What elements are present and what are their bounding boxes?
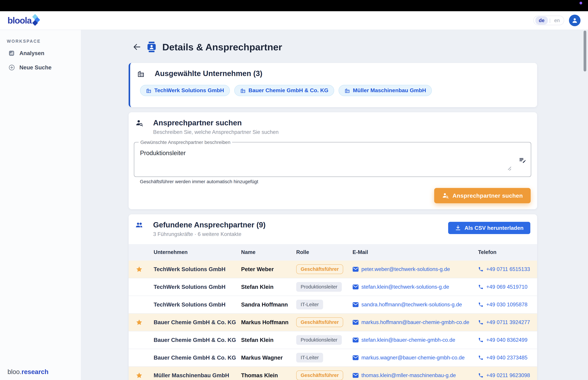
mail-icon [353,355,359,360]
person-icon [571,17,578,24]
table-row: TechWerk Solutions GmbH Sandra Hoffmann … [129,296,537,314]
bar-chart-icon [8,50,19,56]
table-row: TechWerk Solutions GmbH Stefan Klein Pro… [129,278,537,296]
phone-icon [478,373,484,378]
column-header-name: Name [237,249,292,255]
email-link[interactable]: stefan.klein@bauer-chemie-gmbh-co.de [353,337,474,343]
download-icon [455,225,461,231]
logo-text: bloola [7,15,32,25]
role-badge: Geschäftsführer [296,317,343,327]
phone-link[interactable]: +49 040 2373485 [478,355,537,361]
building-icon [137,70,145,77]
language-toggle: de | en [533,16,564,25]
column-header-telefon: Telefon [474,249,537,255]
page-title: Details & Ansprechpartner [162,41,282,53]
textarea-helper-text: Geschäftsführer werden immer automatisch… [140,179,258,184]
phone-link[interactable]: +49 0711 6515133 [478,266,537,272]
language-en-button[interactable]: en [552,18,562,23]
email-text: markus.hoffmann@bauer-chemie-gmbh-co.de [361,319,469,325]
email-link[interactable]: markus.hoffmann@bauer-chemie-gmbh-co.de [353,319,474,325]
table-row: Bauer Chemie GmbH & Co. KG Stefan Klein … [129,331,537,349]
person-search-icon [442,192,449,199]
sidebar-footer-brand: bloo.research [7,368,49,376]
phone-link[interactable]: +49 030 1095878 [478,302,537,308]
company-cell: TechWerk Solutions GmbH [150,302,237,308]
sidebar-item-label: Analysen [19,50,44,57]
describe-contacts-textarea[interactable]: Gewünschte Ansprechpartner beschreiben P… [134,142,531,177]
sidebar-item-neue-suche[interactable]: Neue Suche [0,61,81,74]
sidebar-item-analysen[interactable]: Analysen [0,47,81,59]
role-badge: Produktionsleiter [296,335,342,345]
star-icon [136,372,143,379]
company-chip[interactable]: Bauer Chemie GmbH & Co. KG [234,85,334,96]
email-text: sandra.hoffmann@techwerk-solutions-g.de [361,302,462,308]
role-badge: IT-Leiter [296,300,323,309]
phone-text: +49 040 8362499 [486,337,528,343]
phone-text: +49 040 2373485 [486,355,528,361]
phone-text: +49 0711 3924277 [486,319,530,325]
building-icon [344,88,350,93]
name-cell: Peter Weber [237,266,292,272]
sidebar: WORKSPACE Analysen Neue Suche bloo.resea… [0,30,81,380]
email-text: peter.weber@techwerk-solutions-g.de [361,266,450,272]
bloola-logo[interactable]: bloola [7,13,42,28]
logo-diamonds-icon [32,14,42,28]
star-icon [136,266,143,273]
email-text: thomas.klein@mller-maschinenbau-g.de [361,372,456,379]
results-subtitle: 3 Führungskräfte · 6 weitere Kontakte [153,231,266,237]
scrollbar-thumb[interactable] [584,31,586,72]
workspace-section-label: WORKSPACE [7,39,81,44]
company-cell: Bauer Chemie GmbH & Co. KG [150,337,237,343]
search-contacts-button[interactable]: Ansprechpartner suchen [434,188,531,203]
selected-companies-title: Ausgewählte Unternehmen (3) [155,69,262,78]
email-link[interactable]: peter.weber@techwerk-solutions-g.de [353,266,474,272]
company-cell: TechWerk Solutions GmbH [150,284,237,290]
star-icon [136,319,143,326]
name-cell: Stefan Klein [237,337,292,343]
user-avatar-button[interactable] [569,15,581,26]
language-de-button[interactable]: de [535,16,548,25]
results-table-body: TechWerk Solutions GmbH Peter Weber Gesc… [129,261,537,380]
company-chip-label: TechWerk Solutions GmbH [154,87,224,94]
company-cell: TechWerk Solutions GmbH [150,266,237,272]
phone-link[interactable]: +49 069 4519710 [478,284,537,290]
textarea-resize-handle[interactable] [507,166,512,171]
main-area: Details & Ansprechpartner Ausgewählte Un… [81,30,588,380]
role-badge: Geschäftsführer [296,370,343,380]
search-button-label: Ansprechpartner suchen [453,192,523,199]
phone-icon [478,337,484,343]
phone-link[interactable]: +49 0211 9623098 [478,372,537,379]
footer-prefix: bloo. [7,368,21,375]
email-link[interactable]: markus.wagner@bauer-chemie-gmbh-co.de [353,355,474,361]
phone-link[interactable]: +49 040 8362499 [478,337,537,343]
phone-icon [478,355,484,361]
phone-icon [478,284,484,290]
email-link[interactable]: sandra.hoffmann@techwerk-solutions-g.de [353,302,474,308]
company-chip-label: Bauer Chemie GmbH & Co. KG [248,87,328,94]
results-card: Gefundene Ansprechpartner (9) 3 Führungs… [129,214,537,380]
company-cell: Bauer Chemie GmbH & Co. KG [150,319,237,325]
company-chip-label: Müller Maschinenbau GmbH [353,87,426,94]
table-row: TechWerk Solutions GmbH Peter Weber Gesc… [129,261,537,278]
role-badge: Produktionsleiter [296,282,342,292]
people-icon [135,221,144,237]
back-button[interactable] [131,41,143,53]
table-header-row: Unternehmen Name Rolle E-Mail Telefon [129,244,537,261]
email-link[interactable]: thomas.klein@mller-maschinenbau-g.de [353,372,474,379]
company-cell: Müller Maschinenbau GmbH [150,372,237,379]
company-chip[interactable]: TechWerk Solutions GmbH [140,85,230,96]
building-icon [146,88,152,93]
download-csv-button[interactable]: Als CSV herunterladen [448,222,530,234]
table-row: Bauer Chemie GmbH & Co. KG Markus Hoffma… [129,314,537,331]
phone-link[interactable]: +49 0711 3924277 [478,319,537,325]
building-icon [240,88,246,93]
company-chip[interactable]: Müller Maschinenbau GmbH [339,85,432,96]
email-link[interactable]: stefan.klein@techwerk-solutions-g.de [353,284,474,290]
phone-icon [478,302,484,307]
mail-icon [353,302,359,307]
contact-card-icon [147,42,156,52]
textarea-value: Produktionsleiter [140,150,186,157]
search-card: Ansprechpartner suchen Beschreiben Sie, … [129,112,537,209]
email-text: stefan.klein@bauer-chemie-gmbh-co.de [361,337,455,343]
footer-brand: research [21,368,48,375]
